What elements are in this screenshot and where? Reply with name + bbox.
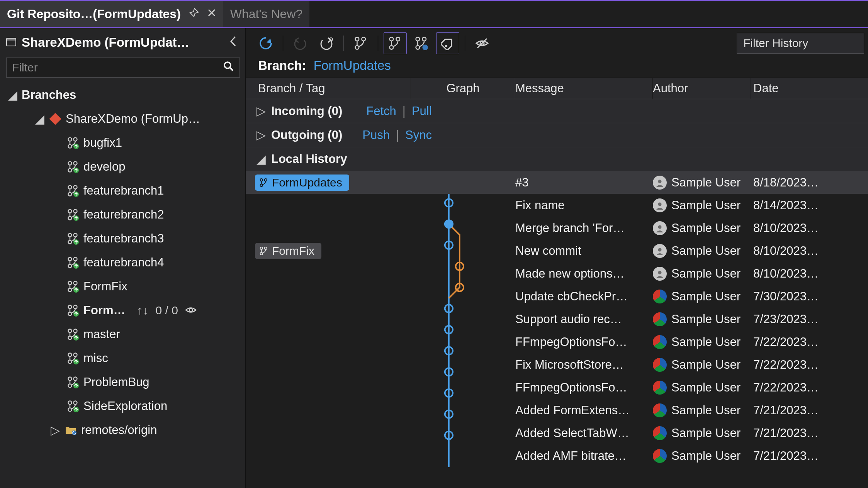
branch-label: develop: [83, 160, 126, 174]
chevron-right-icon: ▷: [50, 423, 60, 437]
branch-button[interactable]: [349, 32, 372, 54]
repo-node[interactable]: ◢ ShareXDemo (FormUp…: [0, 107, 245, 131]
sync-link[interactable]: Sync: [405, 128, 432, 142]
pull-link[interactable]: Pull: [412, 104, 432, 118]
branches-tree: ◢ Branches ◢ ShareXDemo (FormUp… bugfix1…: [0, 83, 245, 488]
commit-row[interactable]: Update cbCheckPr…Sample User7/30/2023…: [246, 285, 868, 308]
col-graph[interactable]: Graph: [411, 78, 515, 99]
commit-row[interactable]: Support audio rec…Sample User7/23/2023…: [246, 308, 868, 330]
commit-message: Added FormExtens…: [515, 403, 653, 417]
commit-date: 8/10/2023…: [751, 267, 868, 281]
refresh-button[interactable]: [254, 32, 277, 54]
branch-item-problembug[interactable]: ProblemBug: [0, 370, 245, 394]
col-date[interactable]: Date: [751, 78, 868, 99]
branch-item-featurebranch2[interactable]: featurebranch2: [0, 203, 245, 227]
branch-item-bugfix1[interactable]: bugfix1: [0, 131, 245, 155]
commit-message: New commit: [515, 244, 653, 258]
svg-point-17: [189, 308, 192, 312]
commit-date: 8/14/2023…: [751, 198, 868, 212]
branch-icon: [66, 208, 80, 221]
commit-row[interactable]: FormFixNew commitSample User8/10/2023…: [246, 239, 868, 262]
author-name: Sample User: [671, 403, 741, 417]
commit-date: 7/23/2023…: [751, 312, 868, 326]
hide-button[interactable]: [471, 32, 494, 54]
avatar: [653, 403, 667, 417]
undo-button[interactable]: [289, 32, 312, 54]
tab-git-repo[interactable]: Git Reposito…(FormUpdates): [0, 1, 223, 27]
commit-row[interactable]: Fix MicrosoftStore…Sample User7/22/2023…: [246, 353, 868, 376]
branch-item-sideexploration[interactable]: SideExploration: [0, 394, 245, 418]
pin-icon[interactable]: [189, 8, 199, 20]
branch-label: featurebranch3: [83, 232, 164, 246]
branch-item-master[interactable]: master: [0, 322, 245, 346]
chevron-down-icon: ◢: [35, 112, 45, 126]
avatar: [653, 381, 667, 395]
remote-branches-button[interactable]: [410, 32, 433, 54]
commit-row[interactable]: Added AMF bitrate…Sample User7/21/2023…: [246, 444, 868, 467]
tab-title: What's New?: [230, 7, 303, 21]
history-columns: Branch / Tag Graph Message Author Date: [246, 78, 868, 99]
commit-date: 7/22/2023…: [751, 358, 868, 372]
commit-message: Made new options…: [515, 267, 653, 281]
repo-title: ShareXDemo (FormUpdat…: [22, 35, 222, 50]
col-message[interactable]: Message: [515, 78, 653, 99]
branch-icon: [66, 400, 80, 412]
branch-item-form[interactable]: Form…↑↓0 / 0: [0, 298, 245, 322]
commit-message: Merge branch 'For…: [515, 221, 653, 235]
commit-row[interactable]: FFmpegOptionsFo…Sample User7/22/2023…: [246, 376, 868, 399]
back-chevron-icon[interactable]: [227, 34, 240, 51]
outgoing-section[interactable]: ▷ Outgoing (0) Push | Sync: [246, 123, 868, 147]
watch-icon[interactable]: [185, 304, 197, 317]
tags-button[interactable]: [436, 32, 459, 54]
branch-icon: [66, 376, 80, 388]
search-icon[interactable]: [221, 61, 240, 75]
tab-whats-new[interactable]: What's New?: [223, 1, 310, 27]
chevron-right-icon: ▷: [256, 104, 265, 118]
redo-button[interactable]: [315, 32, 338, 54]
sync-arrows-icon: ↑↓: [137, 304, 149, 317]
filter-box[interactable]: [6, 58, 240, 78]
commit-row[interactable]: Added FormExtens…Sample User7/21/2023…: [246, 399, 868, 422]
push-link[interactable]: Push: [362, 128, 390, 142]
branch-item-formfix[interactable]: FormFix: [0, 274, 245, 298]
remotes-node[interactable]: ▷ remotes/origin: [0, 418, 245, 442]
commit-row[interactable]: Made new options…Sample User8/10/2023…: [246, 262, 868, 285]
commit-row[interactable]: FFmpegOptionsFo…Sample User7/22/2023…: [246, 330, 868, 353]
branch-tag[interactable]: FormUpdates: [255, 175, 349, 191]
col-branch-tag[interactable]: Branch / Tag: [246, 78, 411, 99]
local-branches-button[interactable]: [384, 32, 407, 54]
incoming-section[interactable]: ▷ Incoming (0) Fetch | Pull: [246, 99, 868, 123]
repo-icon: [5, 37, 17, 48]
commit-list: FormUpdates#3Sample User8/18/2023…Fix na…: [246, 171, 868, 467]
commit-date: 8/18/2023…: [751, 176, 868, 190]
branch-item-develop[interactable]: develop: [0, 155, 245, 179]
branch-label: featurebranch1: [83, 184, 164, 198]
branch-label: ProblemBug: [83, 375, 149, 389]
commit-message: Fix MicrosoftStore…: [515, 358, 653, 372]
commit-message: Update cbCheckPr…: [515, 290, 653, 303]
branch-item-featurebranch4[interactable]: featurebranch4: [0, 251, 245, 274]
branches-header[interactable]: ◢ Branches: [0, 83, 245, 107]
fetch-link[interactable]: Fetch: [366, 104, 396, 118]
commit-row[interactable]: Fix nameSample User8/14/2023…: [246, 194, 868, 217]
commit-row[interactable]: Added SelectTabW…Sample User7/21/2023…: [246, 422, 868, 444]
close-icon[interactable]: [207, 8, 216, 20]
commit-row[interactable]: Merge branch 'For…Sample User8/10/2023…: [246, 217, 868, 239]
commit-row[interactable]: FormUpdates#3Sample User8/18/2023…: [246, 171, 868, 194]
commit-date: 7/30/2023…: [751, 290, 868, 303]
commit-date: 7/22/2023…: [751, 335, 868, 349]
branch-item-featurebranch1[interactable]: featurebranch1: [0, 179, 245, 203]
avatar: [653, 290, 667, 303]
branch-link[interactable]: FormUpdates: [314, 58, 391, 73]
branch-item-featurebranch3[interactable]: featurebranch3: [0, 227, 245, 251]
col-author[interactable]: Author: [653, 78, 751, 99]
branch-icon: [66, 185, 80, 197]
branch-icon: [66, 137, 80, 149]
filter-input[interactable]: [7, 59, 221, 76]
commit-message: #3: [515, 176, 653, 190]
branch-item-misc[interactable]: misc: [0, 346, 245, 370]
filter-history-input[interactable]: Filter History: [737, 33, 864, 54]
branch-tag[interactable]: FormFix: [255, 243, 321, 259]
local-history-section[interactable]: ◢ Local History: [246, 147, 868, 171]
branch-icon: [66, 280, 80, 293]
